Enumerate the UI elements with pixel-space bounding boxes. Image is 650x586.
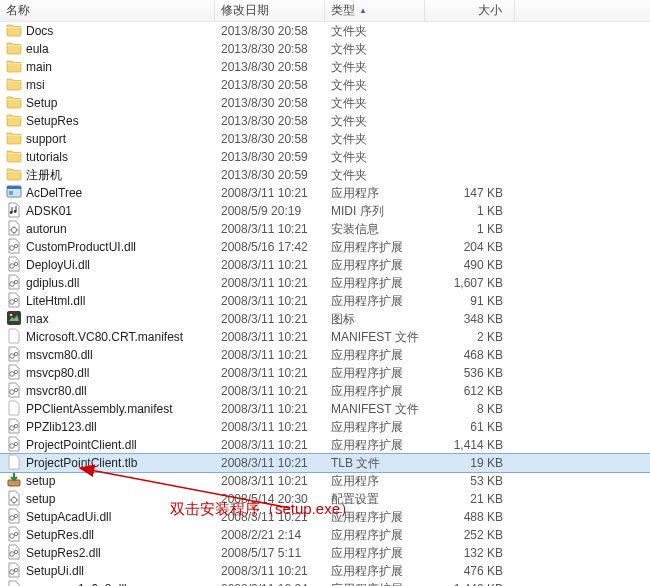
file-row[interactable]: SetupAcadUi.dll2008/3/11 10:21应用程序扩展488 … — [0, 508, 650, 526]
file-row[interactable]: DeployUi.dll2008/3/11 10:21应用程序扩展490 KB — [0, 256, 650, 274]
file-name-cell[interactable]: gdiplus.dll — [0, 274, 215, 293]
file-size-cell: 204 KB — [425, 240, 515, 254]
file-name-cell[interactable]: SetupAcadUi.dll — [0, 508, 215, 527]
file-type-cell: 应用程序扩展 — [325, 347, 425, 364]
file-row[interactable]: Docs2013/8/30 20:58文件夹 — [0, 22, 650, 40]
file-name-cell[interactable]: eula — [0, 40, 215, 59]
file-date-cell: 2008/3/11 10:24 — [215, 582, 325, 586]
column-header-name[interactable]: 名称 — [0, 0, 215, 21]
file-name-cell[interactable]: ADSK01 — [0, 202, 215, 221]
file-name-cell[interactable]: tutorials — [0, 148, 215, 167]
file-name-cell[interactable]: Setup — [0, 94, 215, 113]
file-row[interactable]: SetupRes2013/8/30 20:58文件夹 — [0, 112, 650, 130]
dll-icon — [6, 436, 22, 455]
file-size-cell: 1,414 KB — [425, 438, 515, 452]
file-type-cell: 应用程序扩展 — [325, 527, 425, 544]
file-type-cell: 应用程序扩展 — [325, 365, 425, 382]
column-header-size[interactable]: 大小 — [425, 0, 515, 21]
column-header-type[interactable]: 类型 ▲ — [325, 0, 425, 21]
file-date-cell: 2008/3/11 10:21 — [215, 348, 325, 362]
file-name-label: setup — [26, 492, 55, 506]
file-name-cell[interactable]: support — [0, 130, 215, 149]
file-name-cell[interactable]: DeployUi.dll — [0, 256, 215, 275]
file-row[interactable]: support2013/8/30 20:58文件夹 — [0, 130, 650, 148]
dll-icon — [6, 418, 22, 437]
file-name-cell[interactable]: PPClientAssembly.manifest — [0, 400, 215, 419]
file-name-label: PPZlib123.dll — [26, 420, 97, 434]
file-name-cell[interactable]: msvcr80.dll — [0, 382, 215, 401]
manifest-icon — [6, 400, 22, 419]
file-name-cell[interactable]: SetupRes2.dll — [0, 544, 215, 563]
file-name-cell[interactable]: msvcm80.dll — [0, 346, 215, 365]
file-name-cell[interactable]: SetupRes.dll — [0, 526, 215, 545]
file-row[interactable]: ProjectPointClient.tlb2008/3/11 10:21TLB… — [0, 454, 650, 472]
file-row[interactable]: AcDelTree2008/3/11 10:21应用程序147 KB — [0, 184, 650, 202]
folder-icon — [6, 130, 22, 149]
file-row[interactable]: gdiplus.dll2008/3/11 10:21应用程序扩展1,607 KB — [0, 274, 650, 292]
file-name-cell[interactable]: msvcp80.dll — [0, 364, 215, 383]
file-name-cell[interactable]: ProjectPointClient.dll — [0, 436, 215, 455]
file-row[interactable]: tutorials2013/8/30 20:59文件夹 — [0, 148, 650, 166]
file-row[interactable]: msi2013/8/30 20:58文件夹 — [0, 76, 650, 94]
file-row[interactable]: msvcm80.dll2008/3/11 10:21应用程序扩展468 KB — [0, 346, 650, 364]
file-row[interactable]: SetupUi.dll2008/3/11 10:21应用程序扩展476 KB — [0, 562, 650, 580]
dll-icon — [6, 562, 22, 581]
file-name-label: xerces-c_1_6_0.dll — [26, 582, 127, 586]
file-row[interactable]: max2008/3/11 10:21图标348 KB — [0, 310, 650, 328]
file-name-cell[interactable]: CustomProductUI.dll — [0, 238, 215, 257]
file-name-cell[interactable]: max — [0, 310, 215, 329]
file-row[interactable]: autorun2008/3/11 10:21安装信息1 KB — [0, 220, 650, 238]
file-row[interactable]: ProjectPointClient.dll2008/3/11 10:21应用程… — [0, 436, 650, 454]
file-row[interactable]: main2013/8/30 20:58文件夹 — [0, 58, 650, 76]
file-name-label: SetupAcadUi.dll — [26, 510, 111, 524]
file-name-label: setup — [26, 474, 55, 488]
file-row[interactable]: Microsoft.VC80.CRT.manifest2008/3/11 10:… — [0, 328, 650, 346]
file-row[interactable]: PPZlib123.dll2008/3/11 10:21应用程序扩展61 KB — [0, 418, 650, 436]
file-row[interactable]: msvcp80.dll2008/3/11 10:21应用程序扩展536 KB — [0, 364, 650, 382]
file-row[interactable]: SetupRes.dll2008/2/21 2:14应用程序扩展252 KB — [0, 526, 650, 544]
file-name-cell[interactable]: main — [0, 58, 215, 77]
file-name-cell[interactable]: LiteHtml.dll — [0, 292, 215, 311]
file-row[interactable]: SetupRes2.dll2008/5/17 5:11应用程序扩展132 KB — [0, 544, 650, 562]
svg-rect-2 — [9, 191, 13, 195]
column-header-type-label: 类型 — [331, 2, 355, 19]
installer-icon — [6, 472, 22, 491]
file-name-cell[interactable]: setup — [0, 490, 215, 509]
file-name-label: msvcp80.dll — [26, 366, 89, 380]
file-type-cell: 文件夹 — [325, 131, 425, 148]
file-name-cell[interactable]: 注册机 — [0, 166, 215, 185]
file-name-cell[interactable]: SetupUi.dll — [0, 562, 215, 581]
file-date-cell: 2008/3/11 10:21 — [215, 258, 325, 272]
file-name-cell[interactable]: AcDelTree — [0, 184, 215, 203]
file-row[interactable]: ADSK012008/5/9 20:19MIDI 序列1 KB — [0, 202, 650, 220]
file-name-cell[interactable]: xerces-c_1_6_0.dll — [0, 580, 215, 587]
column-header-date[interactable]: 修改日期 — [215, 0, 325, 21]
file-name-cell[interactable]: autorun — [0, 220, 215, 239]
file-type-cell: 文件夹 — [325, 95, 425, 112]
file-row[interactable]: 注册机2013/8/30 20:59文件夹 — [0, 166, 650, 184]
file-row[interactable]: setup2008/3/11 10:21应用程序53 KB — [0, 472, 650, 490]
file-name-cell[interactable]: Docs — [0, 22, 215, 41]
file-name-cell[interactable]: SetupRes — [0, 112, 215, 131]
file-row[interactable]: setup2008/5/14 20:30配置设置21 KB — [0, 490, 650, 508]
file-size-cell: 19 KB — [425, 456, 515, 470]
file-name-cell[interactable]: PPZlib123.dll — [0, 418, 215, 437]
file-row[interactable]: msvcr80.dll2008/3/11 10:21应用程序扩展612 KB — [0, 382, 650, 400]
file-date-cell: 2013/8/30 20:59 — [215, 168, 325, 182]
file-row[interactable]: xerces-c_1_6_0.dll2008/3/11 10:24应用程序扩展1… — [0, 580, 650, 586]
file-row[interactable]: eula2013/8/30 20:58文件夹 — [0, 40, 650, 58]
file-name-cell[interactable]: msi — [0, 76, 215, 95]
file-name-cell[interactable]: setup — [0, 472, 215, 491]
svg-rect-14 — [7, 311, 21, 325]
file-row[interactable]: Setup2013/8/30 20:58文件夹 — [0, 94, 650, 112]
file-date-cell: 2008/3/11 10:21 — [215, 456, 325, 470]
file-date-cell: 2008/5/9 20:19 — [215, 204, 325, 218]
file-name-cell[interactable]: ProjectPointClient.tlb — [0, 454, 215, 473]
file-row[interactable]: LiteHtml.dll2008/3/11 10:21应用程序扩展91 KB — [0, 292, 650, 310]
file-size-cell: 91 KB — [425, 294, 515, 308]
file-size-cell: 476 KB — [425, 564, 515, 578]
file-row[interactable]: PPClientAssembly.manifest2008/3/11 10:21… — [0, 400, 650, 418]
file-name-cell[interactable]: Microsoft.VC80.CRT.manifest — [0, 328, 215, 347]
file-name-label: ProjectPointClient.tlb — [26, 456, 137, 470]
file-row[interactable]: CustomProductUI.dll2008/5/16 17:42应用程序扩展… — [0, 238, 650, 256]
